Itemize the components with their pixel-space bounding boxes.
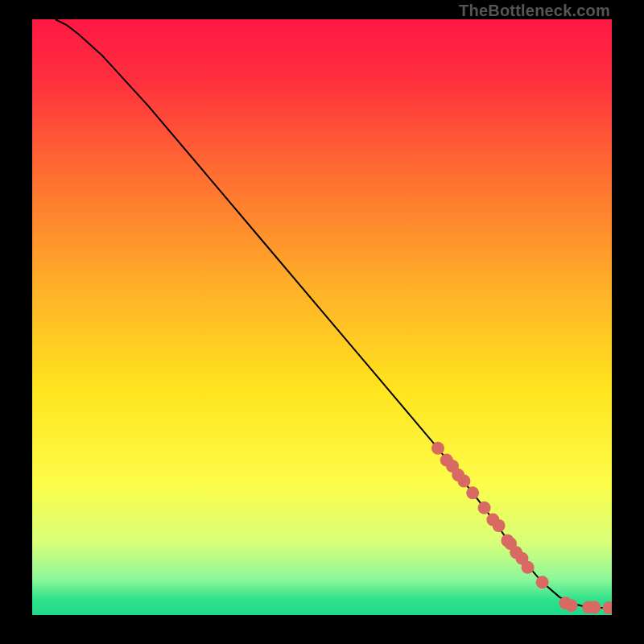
data-point xyxy=(431,442,444,455)
data-point xyxy=(466,486,479,499)
data-point xyxy=(588,601,601,613)
chart-frame: TheBottleneck.com xyxy=(0,0,644,644)
gradient-background xyxy=(32,19,612,615)
data-point xyxy=(565,599,578,612)
data-point xyxy=(493,519,506,532)
data-point xyxy=(522,561,535,574)
watermark-text: TheBottleneck.com xyxy=(459,2,610,20)
data-point xyxy=(536,576,549,588)
data-point xyxy=(457,475,470,488)
data-point xyxy=(478,502,491,514)
plot-area xyxy=(32,19,612,615)
chart-svg xyxy=(32,19,612,615)
